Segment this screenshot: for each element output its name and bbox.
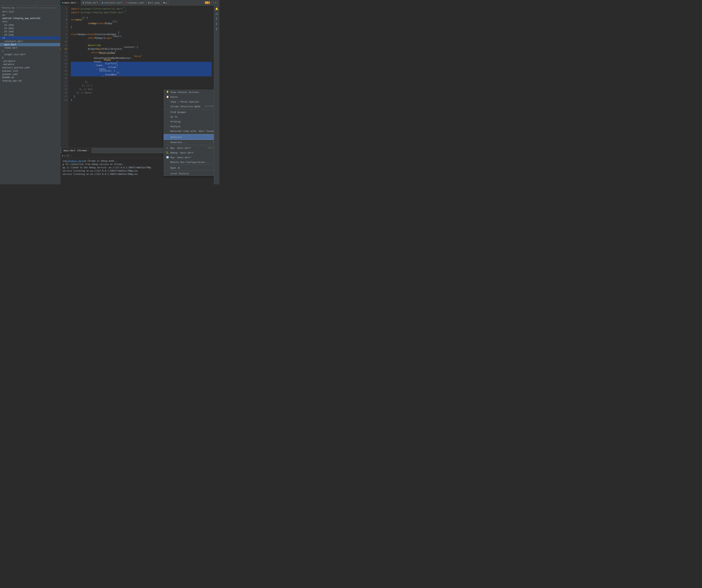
menu-label-folding: Folding <box>170 120 181 123</box>
sidebar-item-gitignore[interactable]: .gitignore <box>0 59 60 63</box>
sidebar-item-readme[interactable]: README.md <box>0 76 60 79</box>
sidebar-item-p2jpeg[interactable]: p2.jpeg <box>0 26 60 30</box>
notifications-icon[interactable]: 🔔 <box>215 7 219 11</box>
sidebar-item-shrt-tool[interactable]: shrt_tool <box>0 10 60 13</box>
code-line-10 <box>71 40 212 43</box>
expand-icon[interactable]: ∧ <box>215 1 216 4</box>
terminal-more-btn[interactable]: ⋮ <box>71 154 73 157</box>
code-line-21: ], <box>71 80 212 84</box>
sidebar-item-main[interactable]: main.dart <box>0 43 60 46</box>
menu-label-modify-config: Modify Run Configuration... <box>170 161 209 163</box>
more-icon[interactable]: ⋯ <box>217 1 218 4</box>
menu-copy-paste-special[interactable]: Copy / Paste Special ▶ <box>164 99 214 104</box>
sidebar-item-ld[interactable]: ld <box>0 36 60 40</box>
line-17: 17 <box>60 65 67 69</box>
menu-label-column: Column Selection Mode <box>170 105 200 108</box>
text-icon: ■ <box>163 1 165 4</box>
sidebar-item-theme[interactable]: theme.dart <box>0 46 60 49</box>
line-24: 24 <box>60 91 67 95</box>
terminal-text-1b: on Chrome in debug mode... <box>84 159 118 163</box>
terminal-text-2: g for connection from debug service on C… <box>63 163 126 166</box>
sidebar-item-p1jpeg[interactable]: p1.jpeg <box>0 23 60 26</box>
code-line-4: void main() { <box>71 18 212 22</box>
config-icon <box>166 161 169 163</box>
menu-shortcut-run: Ctrl+Shift+F10 <box>208 147 214 149</box>
menu-goto[interactable]: Go To ▶ <box>164 114 214 119</box>
code-line-5: runApp(const MyApp()); <box>71 22 212 25</box>
menu-local-history[interactable]: Local History <box>164 171 214 176</box>
sidebar-item-iml[interactable]: shoping_app.iml <box>0 79 60 83</box>
tab-constants-dart[interactable]: ● constants.dart <box>100 0 125 5</box>
sidebar-item-widget-test[interactable]: widget_test.dart <box>0 53 60 56</box>
sidebar-item-metadata[interactable]: .metadata <box>0 63 60 66</box>
code-line-7 <box>71 29 212 32</box>
terminal-back-btn[interactable]: ◀ <box>62 154 63 157</box>
menu-label-analyze: Analyze <box>170 125 181 128</box>
sidebar-item-t[interactable]: t <box>0 49 60 53</box>
tab-theme-dart[interactable]: ● theme.dart <box>81 0 100 5</box>
terminal-tab-close-icon[interactable]: ✕ <box>89 149 90 151</box>
analyze-icon <box>166 125 169 128</box>
terminal-stop-btn[interactable]: ⬛ <box>67 154 69 157</box>
menu-show-context-actions[interactable]: 💡 Show Context Actions Alt+Enter <box>164 90 214 95</box>
menu-label-run2: Run 'main.dart' <box>170 156 192 159</box>
menu-folding[interactable]: Folding ▶ <box>164 119 214 124</box>
line-3: 3 <box>60 14 67 18</box>
generate-icon <box>166 141 169 144</box>
line-10: 10 <box>60 40 67 43</box>
tab-actions: ⚠ 4 ✓ 1 ∧ ⋯ <box>204 1 219 4</box>
line-9: 9 <box>60 36 67 40</box>
sidebar-item-android[interactable]: android [shoping_app_android] <box>0 17 60 20</box>
sidebar-item-p3jpeg[interactable]: p3.jpeg <box>0 30 60 33</box>
menu-label-refactor: Refactor <box>171 136 182 139</box>
flutter-icon-3[interactable]: F <box>215 27 219 31</box>
menu-run-main2[interactable]: 🔄 Run 'main.dart' <box>164 155 214 160</box>
terminal-text-5: service listening on ws://127.0.0.1:5003… <box>63 172 138 176</box>
dart-icon: ● <box>62 1 64 4</box>
code-line-6: } <box>71 25 212 29</box>
tab-main-dart[interactable]: ● main.dart ✕ <box>60 0 81 5</box>
menu-generate[interactable]: Generate... Alt+Insert <box>164 140 214 145</box>
line-23: 23 <box>60 87 67 91</box>
run-icon: ▶ <box>166 146 169 149</box>
sidebar-item-constants[interactable]: constants.dart <box>0 40 60 43</box>
sidebar-item-b[interactable]: b <box>0 56 60 59</box>
database-icon[interactable]: 🗃 <box>215 12 219 16</box>
menu-run-main[interactable]: ▶ Run 'main.dart' Ctrl+Shift+F10 <box>164 145 214 150</box>
sidebar-item-pubspec-yaml[interactable]: pubspec.yaml <box>0 72 60 76</box>
separator-2 <box>164 134 214 134</box>
sidebar-item-ea[interactable]: ea <box>0 13 60 17</box>
tab-p[interactable]: ■ p <box>161 0 169 5</box>
tab-close-icon[interactable]: ✕ <box>78 2 79 4</box>
menu-column-selection[interactable]: Column Selection Mode Alt+Shift+Insert <box>164 104 214 109</box>
flutter-icon-2[interactable]: F <box>215 22 219 26</box>
flutter-icon-1[interactable]: F <box>215 17 219 21</box>
menu-find-usages[interactable]: Find Usages Alt+F7 <box>164 110 214 114</box>
sidebar-item-analysis[interactable]: analysis_options.yaml <box>0 66 60 69</box>
context-menu: 💡 Show Context Actions Alt+Enter 📋 Paste… <box>163 90 214 176</box>
code-line-2: import 'package:shoping_app/theme.dart'; <box>71 11 212 14</box>
line-21: 21 <box>60 80 67 84</box>
terminal-reload-btn[interactable]: ↺ <box>64 154 66 157</box>
terminal-tab-main[interactable]: main.dart (Chrome) ✕ <box>62 148 91 153</box>
sidebar-item-pubspec-lock[interactable]: pubspec.lock <box>0 69 60 72</box>
tab-pubspec-yaml[interactable]: ● pubspec.yaml <box>124 0 146 5</box>
line-2: 2 <box>60 11 67 14</box>
sidebar-item-sets[interactable]: sets <box>0 20 60 23</box>
menu-reformat[interactable]: Reformat Code with 'dart format' <box>164 129 214 133</box>
menu-analyze[interactable]: Analyze ▶ <box>164 124 214 129</box>
sidebar-item-p4jpeg[interactable]: p4.jpeg <box>0 33 60 36</box>
menu-refactor[interactable]: Refactor ▶ <box>164 134 214 140</box>
menu-open-in[interactable]: Open In ▶ <box>164 165 214 170</box>
line-8: 8 <box>60 32 67 36</box>
terminal-link[interactable]: lib\main.dart <box>67 159 84 163</box>
menu-debug-main[interactable]: 🐛 Debug 'main.dart' <box>164 150 214 155</box>
sidebar: shoping_app D:\workspace\flutter_lec\sho… <box>0 5 60 184</box>
dart-icon: ● <box>102 1 103 4</box>
sidebar-header: shoping_app D:\workspace\flutter_lec\sho… <box>0 5 60 10</box>
line-4: 4▶ <box>60 18 67 22</box>
code-line-8: class MyApp extends StatelessWidget { <box>71 32 212 36</box>
menu-modify-run-config[interactable]: Modify Run Configuration... <box>164 160 214 164</box>
tab-p1-jpeg[interactable]: ● p1.jpeg <box>146 0 161 5</box>
menu-paste[interactable]: 📋 Paste Ctrl+V <box>164 95 214 99</box>
